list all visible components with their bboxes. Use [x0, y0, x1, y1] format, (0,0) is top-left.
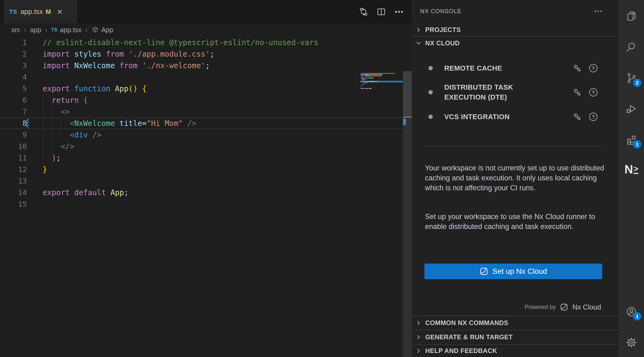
close-tab-icon[interactable]: [56, 8, 64, 16]
connect-icon[interactable]: [572, 63, 583, 74]
minimap-code-segment: [361, 73, 395, 74]
section-label: PROJECTS: [425, 26, 461, 34]
account-badge: 1: [633, 312, 641, 320]
section-common-nx-commands[interactable]: COMMON NX COMMANDS: [412, 316, 619, 330]
line-number: 2: [0, 48, 27, 60]
indent-guide: [52, 106, 52, 118]
line-number: 14: [0, 187, 27, 198]
extensions-icon[interactable]: 1: [625, 133, 638, 146]
settings-gear-icon[interactable]: [625, 336, 638, 349]
help-icon[interactable]: ?: [588, 87, 599, 98]
nx-cloud-item-vcs[interactable]: VCS INTEGRATION ?: [412, 108, 619, 125]
typescript-file-icon: TS: [51, 27, 57, 33]
code-line[interactable]: 13: [0, 175, 412, 187]
code-line[interactable]: 6 return (: [0, 94, 412, 106]
code-editor[interactable]: 1// eslint-disable-next-line @typescript…: [0, 36, 412, 357]
breadcrumb-file[interactable]: TS app.tsx: [51, 26, 82, 34]
tab-bar: TS app.tsx M: [0, 0, 412, 23]
section-projects[interactable]: PROJECTS: [412, 24, 619, 36]
nx-cloud-item-dte[interactable]: DISTRIBUTED TASK EXECUTION (DTE) ?: [412, 78, 619, 106]
code-line[interactable]: 1// eslint-disable-next-line @typescript…: [0, 37, 412, 48]
line-number: 12: [0, 164, 27, 175]
minimap-code-segment: [361, 88, 364, 89]
nx-logo: N>: [624, 163, 638, 175]
item-label: REMOTE CACHE: [444, 63, 543, 73]
source-control-icon[interactable]: 2: [625, 72, 638, 84]
code-line[interactable]: 8 <NxWelcome title="Hi Mom" />: [0, 118, 412, 129]
minimap-code-segment: [382, 74, 382, 75]
section-nx-cloud[interactable]: NX CLOUD: [412, 37, 619, 49]
minimap[interactable]: [361, 73, 403, 97]
indent-guide: [43, 129, 43, 141]
help-icon[interactable]: ?: [588, 111, 599, 122]
breadcrumb-separator: ›: [24, 26, 26, 34]
nx-cloud-description: Your workspace is not currently set up t…: [425, 163, 606, 193]
code-line[interactable]: 11 );: [0, 152, 412, 164]
setup-nx-cloud-button[interactable]: Set up Nx Cloud: [424, 264, 602, 279]
section-label: NX CLOUD: [425, 39, 460, 47]
minimap-code-segment: [365, 74, 368, 75]
minimap-code-segment: [365, 75, 370, 76]
run-debug-icon[interactable]: [625, 103, 638, 115]
nx-cloud-logo-icon: [560, 303, 568, 311]
line-number: 1: [0, 37, 27, 48]
minimap-code-segment: [367, 82, 368, 83]
split-editor-icon[interactable]: [376, 6, 387, 17]
minimap-code-segment: [361, 74, 364, 75]
overview-modified-marker: [403, 119, 406, 125]
section-help-and-feedback[interactable]: HELP AND FEEDBACK: [412, 344, 619, 357]
account-icon[interactable]: 1: [625, 305, 638, 318]
line-number: 6: [0, 94, 27, 106]
indent-guide: [43, 141, 43, 152]
tab-app-tsx[interactable]: TS app.tsx M: [4, 0, 77, 23]
search-icon[interactable]: [625, 41, 638, 53]
connect-icon[interactable]: [572, 111, 583, 122]
code-line[interactable]: 9 <div />: [0, 129, 412, 141]
indent-guide: [52, 118, 52, 129]
section-generate-run-target[interactable]: GENERATE & RUN TARGET: [412, 330, 619, 344]
breadcrumb-separator: ›: [45, 26, 47, 34]
extensions-badge: 1: [633, 140, 641, 148]
code-line[interactable]: 15: [0, 198, 412, 210]
help-icon[interactable]: ?: [588, 63, 599, 74]
panel-more-actions-icon[interactable]: [593, 6, 604, 17]
code-line[interactable]: 10 </>: [0, 141, 412, 152]
breadcrumb-symbol-app[interactable]: App: [91, 26, 113, 34]
typescript-file-icon: TS: [9, 8, 17, 15]
nx-console-icon[interactable]: N>: [625, 163, 638, 176]
code-line[interactable]: 12}: [0, 164, 412, 175]
minimap-code-segment: [362, 79, 365, 80]
editor-scrollbar[interactable]: [403, 71, 412, 357]
minimap-code-segment: [365, 82, 366, 83]
breadcrumb-src[interactable]: src: [11, 26, 20, 34]
connect-icon[interactable]: [572, 87, 583, 98]
gutter-modified-marker: [26, 119, 29, 128]
more-actions-icon[interactable]: [394, 6, 404, 17]
nx-cloud-item-remote-cache[interactable]: REMOTE CACHE ?: [412, 60, 619, 76]
indent-guide: [61, 129, 61, 141]
editor-actions: [358, 6, 404, 17]
git-compare-icon[interactable]: [358, 6, 369, 17]
code-line[interactable]: 14export default App;: [0, 187, 412, 198]
indent-guide: [43, 152, 43, 164]
breadcrumb: src › app › TS app.tsx › App: [0, 23, 412, 36]
code-line[interactable]: 5export function App() {: [0, 83, 412, 94]
line-number: 13: [0, 175, 27, 187]
svg-text:?: ?: [592, 114, 595, 120]
minimap-code-segment: [365, 88, 369, 89]
code-line[interactable]: 7 <>: [0, 106, 412, 118]
minimap-code-segment: [371, 78, 372, 78]
chevron-down-icon: [415, 40, 422, 47]
code-line[interactable]: 3import NxWelcome from './nx-welcome';: [0, 60, 412, 71]
code-line[interactable]: 2import styles from './app.module.css';: [0, 48, 412, 60]
panel-header: NX CONSOLE: [412, 4, 619, 19]
minimap-code-segment: [370, 81, 373, 82]
code-line[interactable]: 4: [0, 71, 412, 83]
breadcrumb-app[interactable]: app: [30, 26, 41, 34]
chevron-right-icon: [415, 319, 422, 326]
powered-by-nx-cloud: Powered by Nx Cloud: [525, 302, 601, 312]
files-icon[interactable]: [625, 10, 638, 23]
item-label: VCS INTEGRATION: [444, 112, 543, 122]
scrollbar-slider[interactable]: [403, 71, 412, 117]
content-divider: [425, 146, 603, 146]
